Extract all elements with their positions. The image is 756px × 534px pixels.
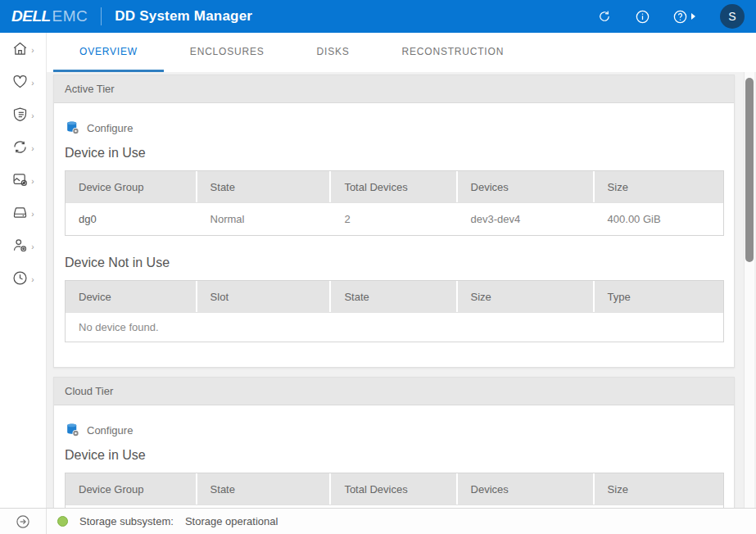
column-header[interactable]: Total Devices — [331, 473, 457, 505]
cloud-tier-card: Cloud Tier Configure Device in Us — [53, 377, 735, 508]
sidebar-item-administration[interactable]: › — [11, 238, 34, 256]
device-in-use-heading: Device in Use — [65, 448, 724, 463]
column-header[interactable]: Device Group — [66, 171, 197, 202]
sidebar-item-home[interactable]: › — [11, 41, 34, 60]
configure-database-gear-icon — [65, 422, 80, 438]
device-in-use-heading: Device in Use — [65, 146, 724, 161]
tab-disks[interactable]: DISKS — [291, 33, 376, 72]
column-header[interactable]: Type — [595, 281, 723, 312]
configure-label: Configure — [87, 122, 133, 134]
vertical-scrollbar-thumb[interactable] — [745, 78, 754, 262]
cloud-tier-configure-button[interactable]: Configure — [65, 420, 724, 440]
app-title: DD System Manager — [115, 8, 252, 25]
expand-arrow-icon[interactable] — [15, 514, 31, 530]
sidebar-item-maintenance[interactable]: › — [11, 270, 34, 289]
table-header-row: Device Group State Total Devices Devices… — [66, 171, 723, 202]
health-heart-icon — [11, 73, 29, 93]
column-header[interactable]: Size — [595, 473, 723, 505]
chevron-right-icon: › — [31, 79, 34, 88]
shield-icon — [11, 106, 29, 126]
refresh-icon[interactable] — [596, 8, 613, 25]
sidebar-item-data-management[interactable]: › — [11, 172, 34, 191]
help-caret-icon — [691, 13, 695, 20]
active-tier-title: Active Tier — [54, 75, 734, 103]
chevron-right-icon: › — [31, 276, 34, 284]
left-nav-sidebar: › › › › — [0, 33, 47, 508]
logo-dell-text: DELL — [11, 7, 51, 25]
cell-state: Normal — [197, 202, 332, 235]
table-row[interactable]: dg0 Normal 2 dev3-dev4 400.00 GiB — [66, 202, 723, 235]
configure-database-gear-icon — [65, 120, 80, 136]
cell-size: 400.00 GiB — [595, 202, 723, 235]
cell-devices: dev3-dev4 — [458, 202, 595, 235]
app-header: DELL EMC DD System Manager — [0, 0, 756, 33]
user-avatar[interactable]: S — [720, 4, 745, 29]
table-header-row: Device Slot State Size Type — [66, 281, 723, 312]
data-management-gear-icon — [11, 171, 29, 192]
configure-label: Configure — [87, 424, 133, 437]
column-header[interactable]: State — [331, 281, 457, 312]
home-icon — [11, 40, 29, 61]
status-bar-expand-section — [0, 509, 47, 534]
replication-sync-icon — [11, 138, 29, 159]
column-header[interactable]: Device — [66, 281, 197, 312]
active-tier-device-not-in-use-table: Device Slot State Size Type No device fo… — [65, 280, 724, 342]
tab-reconstruction[interactable]: RECONSTRUCTION — [376, 33, 531, 72]
header-divider — [101, 7, 102, 25]
sidebar-item-hardware[interactable]: › — [11, 205, 34, 224]
column-header[interactable]: Size — [458, 281, 595, 312]
empty-row: No device found. — [66, 312, 723, 342]
active-tier-configure-button[interactable]: Configure — [65, 118, 724, 138]
administration-user-gear-icon — [11, 237, 29, 257]
cloud-tier-device-in-use-table: Device Group State Total Devices Devices… — [65, 473, 724, 508]
content-scroll-area: Active Tier Configure Device in U — [47, 72, 756, 508]
avatar-initial: S — [728, 10, 736, 23]
chevron-right-icon: › — [31, 243, 34, 251]
chevron-right-icon: › — [31, 178, 34, 186]
help-icon — [672, 8, 688, 25]
status-label: Storage subsystem: — [79, 515, 174, 527]
status-bar: Storage subsystem: Storage operational — [0, 508, 756, 534]
active-tier-card: Active Tier Configure Device in U — [53, 75, 735, 368]
chevron-right-icon: › — [31, 145, 34, 153]
cloud-tier-title: Cloud Tier — [54, 378, 734, 405]
sidebar-item-data-protection[interactable]: › — [11, 106, 34, 125]
column-header[interactable]: State — [197, 171, 332, 202]
empty-message: No device found. — [66, 312, 723, 342]
chevron-right-icon: › — [31, 47, 34, 55]
column-header[interactable]: Total Devices — [331, 171, 457, 202]
vertical-scrollbar-track[interactable] — [744, 72, 754, 508]
status-green-dot-icon — [57, 516, 68, 527]
chevron-right-icon: › — [31, 112, 34, 120]
active-tier-device-in-use-table: Device Group State Total Devices Devices… — [65, 170, 724, 236]
cell-device-group: dg0 — [66, 202, 197, 235]
column-header[interactable]: Slot — [197, 281, 332, 312]
device-not-in-use-heading: Device Not in Use — [65, 256, 724, 270]
column-header[interactable]: State — [197, 473, 332, 505]
column-header[interactable]: Size — [595, 171, 723, 202]
tab-enclosures[interactable]: ENCLOSURES — [164, 33, 291, 72]
tab-bar: OVERVIEW ENCLOSURES DISKS RECONSTRUCTION — [47, 33, 756, 72]
status-value: Storage operational — [185, 515, 278, 527]
sidebar-item-health[interactable]: › — [11, 74, 34, 93]
sidebar-item-replication[interactable]: › — [11, 139, 34, 158]
main-area: OVERVIEW ENCLOSURES DISKS RECONSTRUCTION… — [47, 33, 756, 508]
maintenance-clock-icon — [11, 269, 29, 290]
tab-overview[interactable]: OVERVIEW — [53, 33, 164, 72]
column-header[interactable]: Devices — [458, 171, 595, 202]
info-icon[interactable] — [634, 8, 650, 25]
column-header[interactable]: Devices — [458, 473, 595, 505]
table-header-row: Device Group State Total Devices Devices… — [66, 473, 723, 505]
hardware-drive-icon — [11, 204, 29, 224]
chevron-right-icon: › — [31, 210, 34, 219]
cell-total-devices: 2 — [331, 202, 457, 235]
logo-emc-text: EMC — [52, 7, 88, 25]
column-header[interactable]: Device Group — [66, 473, 197, 505]
dell-emc-logo[interactable]: DELL EMC — [11, 7, 88, 25]
header-actions: S — [596, 4, 745, 29]
help-menu[interactable] — [672, 8, 695, 25]
